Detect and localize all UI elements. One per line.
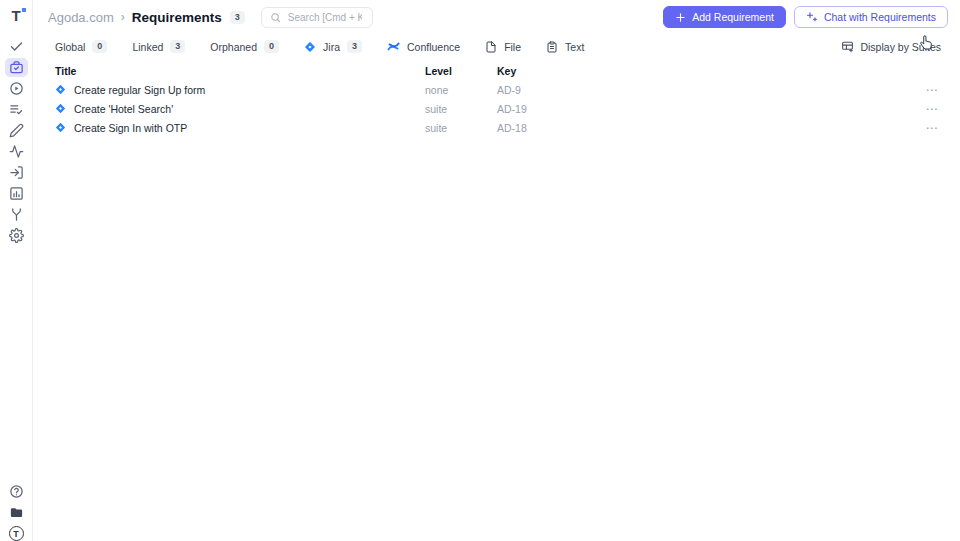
user-avatar: T bbox=[9, 526, 24, 541]
pen-icon bbox=[9, 123, 24, 138]
filter-file-label: File bbox=[504, 41, 521, 53]
plus-icon bbox=[675, 12, 686, 23]
filter-orphaned-count: 0 bbox=[264, 40, 279, 53]
avatar-letter: T bbox=[13, 529, 19, 539]
requirement-key: AD-19 bbox=[497, 103, 527, 115]
sidebar-item-pulse[interactable] bbox=[5, 142, 28, 161]
clipboard-icon bbox=[546, 41, 558, 53]
jira-icon bbox=[55, 122, 66, 133]
app-logo[interactable]: T bbox=[8, 6, 24, 26]
requirement-title[interactable]: Create Sign In with OTP bbox=[74, 122, 187, 134]
requirement-level: none bbox=[425, 84, 448, 96]
breadcrumb-separator: › bbox=[121, 10, 125, 24]
import-icon bbox=[9, 165, 24, 180]
filter-orphaned[interactable]: Orphaned 0 bbox=[210, 40, 279, 53]
jira-icon bbox=[55, 103, 66, 114]
sidebar-item-projects[interactable] bbox=[5, 503, 28, 522]
sidebar-item-runs[interactable] bbox=[5, 79, 28, 98]
filter-orphaned-label: Orphaned bbox=[210, 41, 257, 53]
sidebar-item-settings[interactable] bbox=[5, 226, 28, 245]
filter-confluence[interactable]: Confluence bbox=[387, 40, 460, 53]
filter-global[interactable]: Global 0 bbox=[55, 40, 107, 53]
filter-jira-count: 3 bbox=[347, 40, 362, 53]
sidebar-item-tests[interactable] bbox=[5, 37, 28, 56]
sidebar-item-requirements[interactable] bbox=[5, 58, 28, 77]
filter-text[interactable]: Text bbox=[546, 41, 584, 53]
search-box[interactable] bbox=[261, 7, 373, 28]
sidebar-item-plans[interactable] bbox=[5, 100, 28, 119]
filter-bar: Global 0 Linked 3 Orphaned 0 Jira 3 Conf… bbox=[33, 34, 960, 59]
help-icon bbox=[9, 484, 24, 499]
column-header-title: Title bbox=[55, 65, 76, 77]
filter-jira[interactable]: Jira 3 bbox=[304, 40, 362, 53]
filter-linked[interactable]: Linked 3 bbox=[132, 40, 185, 53]
jira-icon bbox=[304, 41, 316, 53]
requirement-title[interactable]: Create 'Hotel Search' bbox=[74, 103, 173, 115]
filter-confluence-label: Confluence bbox=[407, 41, 460, 53]
filter-text-label: Text bbox=[565, 41, 584, 53]
table-row[interactable]: Create regular Sign Up form none AD-9 ⋯ bbox=[55, 80, 938, 99]
list-check-icon bbox=[9, 102, 24, 117]
chat-with-requirements-label: Chat with Requirements bbox=[824, 11, 936, 23]
branch-icon bbox=[9, 207, 24, 222]
pulse-icon bbox=[9, 144, 24, 159]
requirement-title[interactable]: Create regular Sign Up form bbox=[74, 84, 205, 96]
row-menu-button[interactable]: ⋯ bbox=[926, 122, 939, 134]
filter-global-count: 0 bbox=[92, 40, 107, 53]
page-title: Requirements bbox=[132, 10, 222, 25]
table-row[interactable]: Create 'Hotel Search' suite AD-19 ⋯ bbox=[55, 99, 938, 118]
requirement-level: suite bbox=[425, 122, 447, 134]
requirement-key: AD-18 bbox=[497, 122, 527, 134]
sidebar-item-help[interactable] bbox=[5, 482, 28, 501]
sidebar-bottom: T bbox=[5, 482, 28, 541]
requirements-briefcase-icon bbox=[9, 60, 24, 75]
display-by-suites-control[interactable]: Display by Suites bbox=[841, 40, 941, 53]
sidebar-nav bbox=[5, 37, 28, 245]
requirement-key: AD-9 bbox=[497, 84, 521, 96]
ai-sparkle-icon bbox=[806, 11, 818, 23]
sidebar-item-analytics[interactable] bbox=[5, 184, 28, 203]
filter-linked-count: 3 bbox=[170, 40, 185, 53]
requirements-count-badge: 3 bbox=[230, 11, 245, 24]
column-header-level: Level bbox=[425, 65, 452, 77]
filter-linked-label: Linked bbox=[132, 41, 163, 53]
chart-icon bbox=[9, 186, 24, 201]
search-icon bbox=[270, 12, 281, 23]
sidebar: T bbox=[0, 0, 33, 541]
play-circle-icon bbox=[9, 81, 24, 96]
breadcrumb-project[interactable]: Agoda.com bbox=[48, 10, 114, 25]
confluence-icon bbox=[387, 40, 400, 53]
table-row[interactable]: Create Sign In with OTP suite AD-18 ⋯ bbox=[55, 118, 938, 137]
chat-with-requirements-button[interactable]: Chat with Requirements bbox=[794, 6, 948, 28]
sidebar-item-import[interactable] bbox=[5, 163, 28, 182]
check-icon bbox=[9, 39, 24, 54]
display-by-suites-label: Display by Suites bbox=[860, 41, 941, 53]
sidebar-item-branches[interactable] bbox=[5, 205, 28, 224]
folder-icon bbox=[9, 505, 24, 520]
filter-file[interactable]: File bbox=[485, 41, 521, 53]
filter-jira-label: Jira bbox=[323, 41, 340, 53]
jira-icon bbox=[55, 84, 66, 95]
top-bar: Agoda.com › Requirements 3 Add Requireme… bbox=[33, 0, 960, 34]
logo-accent-dot bbox=[22, 8, 26, 12]
filter-global-label: Global bbox=[55, 41, 85, 53]
requirements-table: Title Level Key Create regular Sign Up f… bbox=[33, 61, 960, 137]
gear-icon bbox=[9, 228, 24, 243]
table-header-row: Title Level Key bbox=[55, 61, 938, 80]
search-input[interactable] bbox=[286, 11, 364, 24]
column-header-key: Key bbox=[497, 65, 516, 77]
file-icon bbox=[485, 41, 497, 53]
display-layout-icon bbox=[841, 40, 854, 53]
sidebar-item-account[interactable]: T bbox=[5, 524, 28, 541]
app-logo-letter: T bbox=[11, 7, 20, 24]
row-menu-button[interactable]: ⋯ bbox=[926, 103, 939, 115]
add-requirement-label: Add Requirement bbox=[692, 11, 774, 23]
sidebar-item-editor[interactable] bbox=[5, 121, 28, 140]
row-menu-button[interactable]: ⋯ bbox=[926, 84, 939, 96]
add-requirement-button[interactable]: Add Requirement bbox=[663, 6, 786, 28]
requirement-level: suite bbox=[425, 103, 447, 115]
